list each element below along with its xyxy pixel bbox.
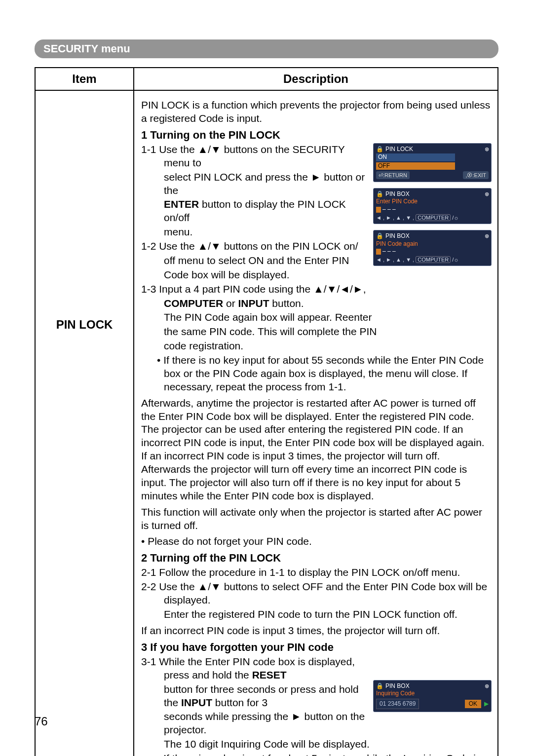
step-text: the same PIN code. This will complete th… [141,325,492,339]
lock-icon: 🔒 [376,682,383,690]
pin-cursor [376,249,381,255]
osd-enter-label: Enter PIN Code [376,198,489,205]
osd-inquiring-label: Inquiring Code [376,690,489,697]
section-header: SECURITY menu [35,39,498,58]
osd-title: PIN LOCK [385,146,413,153]
step-1-3: 1-3 Input a 4 part PIN code using the ▲/… [141,283,492,296]
intro-text: PIN LOCK is a function which prevents th… [141,99,492,125]
section3-heading: 3 If you have forgotten your PIN code [141,641,492,654]
th-description: Description [134,68,498,90]
item-cell: PIN LOCK [35,90,134,756]
step-3-1: 3-1 While the Enter PIN code box is disp… [141,655,492,682]
after-paragraph: Afterwards, anytime the projector is res… [141,397,492,503]
section1-heading: 1 Turning on the PIN LOCK [141,128,492,142]
table-header-row: Item Description [35,68,498,90]
close-icon: ⊗ [485,682,489,689]
page-number: 76 [35,715,48,728]
osd-ok-button: OK [465,700,481,708]
osd-title: PIN BOX [385,232,410,240]
close-icon: ⊗ [485,190,489,197]
step-text: The 10 digit Inquiring Code will be disp… [141,738,492,751]
lock-icon: 🔒 [376,232,383,240]
step-text: COMPUTER or INPUT button. [141,297,492,310]
description-table: Item Description PIN LOCK PIN LOCK is a … [35,67,498,756]
osd-exit: ,⦿:EXIT [463,171,489,179]
forget-note: • Please do not forget your PIN code. [141,535,492,548]
osd-inquiring: 🔒PIN BOX ⊗ Inquiring Code 01 2345 6789 O… [373,680,492,712]
osd-on-option: ON [376,153,455,161]
osd-return: ⏎:RETURN [376,171,410,179]
osd-enter-pin: 🔒PIN BOX ⊗ Enter PIN Code – – – ◄ , ► , … [373,188,492,224]
osd-hint: ◄ , ► , ▲ , ▼ , COMPUTER /☼ [376,214,489,221]
th-item: Item [35,68,134,90]
osd-title: PIN BOX [385,190,410,198]
osd-off-option: OFF [376,162,455,170]
close-icon: ⊗ [485,232,489,239]
lock-icon: 🔒 [376,190,383,198]
step-text: code registration. [141,340,492,353]
osd-pin-again: 🔒PIN BOX ⊗ PIN Code again – – – ◄ , ► , … [373,230,492,266]
description-cell: PIN LOCK is a function which prevents th… [134,90,498,756]
osd-hint: ◄ , ► , ▲ , ▼ , COMPUTER /☼ [376,256,489,263]
inquiring-code-value: 01 2345 6789 [376,699,419,709]
bullet-note: • If there is no key input for about 55 … [141,354,492,394]
step-text: Enter the registered PIN code to turn th… [141,608,492,621]
osd-pin-lock-menu: 🔒PIN LOCK ⊗ ON OFF ⏎:RETURN,⦿:EXIT [373,143,492,182]
step-text: If an incorrect PIN code is input 3 time… [141,624,492,638]
activate-paragraph: This function will activate only when th… [141,506,492,532]
table-row: PIN LOCK PIN LOCK is a function which pr… [35,90,498,756]
document-page: SECURITY menu Item Description PIN LOCK … [0,0,533,756]
section2-heading: 2 Turning off the PIN LOCK [141,551,492,565]
step-2-1: 2-1 Follow the procedure in 1-1 to displ… [141,566,492,579]
osd-column: 🔒PIN LOCK ⊗ ON OFF ⏎:RETURN,⦿:EXIT 🔒PIN … [373,143,492,272]
osd-title: PIN BOX [385,682,410,690]
step-2-2: 2-2 Use the ▲/▼ buttons to select OFF an… [141,580,492,607]
chevron-right-icon: ▶ [484,700,489,708]
osd-again-label: PIN Code again [376,240,489,248]
close-icon: ⊗ [485,146,489,152]
lock-icon: 🔒 [376,146,383,153]
step-text: The PIN Code again box will appear. Reen… [141,311,492,324]
osd-column: 🔒PIN BOX ⊗ Inquiring Code 01 2345 6789 O… [373,680,492,718]
pin-cursor [376,207,381,213]
bullet-note: • If there is no key input for about 5 m… [141,752,492,756]
